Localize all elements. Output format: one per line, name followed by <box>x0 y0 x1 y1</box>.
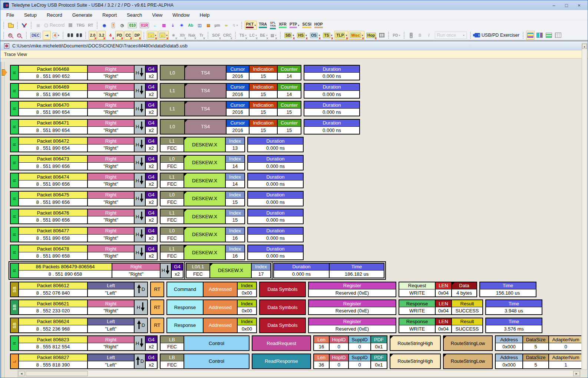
cell-response[interactable]: Response <box>167 300 203 314</box>
view-grid-button[interactable] <box>554 31 562 40</box>
decode-button[interactable]: DEC <box>29 31 42 40</box>
cell-duration[interactable]: Duration0.000 ns <box>304 102 359 116</box>
cell-group[interactable]: LBFECControl <box>160 335 250 351</box>
view-spreadsheet-button[interactable] <box>545 31 553 40</box>
scroll-left-button[interactable]: ◄ <box>18 371 25 376</box>
menu-setup[interactable]: Setup <box>24 12 37 18</box>
minimize-button[interactable]: – <box>548 3 559 8</box>
cell-group[interactable]: SBPacket 8066128 . 552 076 840Left"Left"… <box>10 282 148 297</box>
vertical-scrollbar[interactable]: ▴ <box>582 43 587 370</box>
cell-l1[interactable]: L1FEC <box>161 137 184 152</box>
cell-group[interactable]: L0TS4Cursor2016Indication15Counter15 <box>160 119 301 135</box>
direction-arrow-cell[interactable]: H <box>134 156 145 170</box>
histogram-button[interactable]: ⇣ <box>169 21 177 30</box>
cell-group[interactable]: L0FECDESKEW.XIndex16 <box>160 227 245 242</box>
cell-group[interactable]: Len36HopID0SuppID0PDF0x1 <box>313 354 387 369</box>
cell-left[interactable]: Left"Left" <box>87 354 134 368</box>
cell-deskew-x[interactable]: DESKEW.X <box>184 245 225 259</box>
cell-group[interactable]: RPacket 8064688 . 551 890 652Right"Right… <box>10 65 158 80</box>
cell-group[interactable]: RPacket 8064708 . 551 890 654Right"Right… <box>10 101 158 116</box>
zoom-out-button[interactable] <box>16 31 24 40</box>
cell-time[interactable]: Time186.182 us <box>329 263 384 278</box>
cell-duration[interactable]: Duration0.000 ns <box>248 228 303 242</box>
cell-register[interactable]: RegisterReserved (0xE) <box>309 300 396 314</box>
ptp-view-button[interactable]: PTP▾ <box>288 21 300 30</box>
cell-group[interactable]: L1FECDESKEW.XIndex14 <box>160 173 245 188</box>
cell-duration[interactable]: Duration0.000 ns <box>274 263 329 278</box>
filter-sb-button[interactable]: SBx▾ <box>283 31 295 40</box>
cell-counter[interactable]: Counter15 <box>277 102 301 116</box>
cell-group[interactable]: RPacket 8064738 . 551 890 656Right"Right… <box>10 155 158 170</box>
filter-os-button[interactable]: OSx▾ <box>309 31 321 40</box>
cell-packet-806478[interactable]: Packet 8064788 . 551 890 658 <box>18 245 87 259</box>
cell-group[interactable]: RT <box>150 299 164 315</box>
cell-right[interactable]: Right"Right" <box>87 66 134 80</box>
cell-control[interactable]: Control <box>184 336 249 350</box>
sync-views-button[interactable]: ⇥ <box>43 31 51 40</box>
cell-group[interactable]: L0/L1FECDESKEW.XIndex17 <box>186 263 271 278</box>
cell-packet-806474[interactable]: Packet 8064748 . 551 890 656 <box>18 173 87 188</box>
cell-group[interactable]: L1FECDESKEW.XIndex15 <box>160 209 245 224</box>
cell-l0-l1[interactable]: L0/L1FEC <box>186 263 209 278</box>
cell-right[interactable]: Right"Right" <box>87 156 134 170</box>
window-layout-button[interactable]: ◫ <box>195 21 204 30</box>
menu-view[interactable]: View <box>152 12 162 18</box>
menu-file[interactable]: File <box>6 12 14 18</box>
cell-packet-806472[interactable]: Packet 8064728 . 551 890 654 <box>18 137 87 152</box>
cell-group[interactable]: Duration0.000 ns <box>247 173 304 188</box>
cell-group[interactable]: CommandAddressedIndex0x00 <box>166 282 257 297</box>
cell-datasize[interactable]: DataSize5 <box>522 336 548 350</box>
cell-addressed[interactable]: Addressed <box>203 282 237 296</box>
filter-tr-button[interactable]: Trx <box>197 31 205 40</box>
direction-arrow-cell[interactable]: H <box>134 137 145 152</box>
export-button[interactable]: 4▾ <box>52 31 60 40</box>
row-type-cell-sb[interactable]: SB <box>11 282 18 296</box>
cell-group[interactable]: LPacket 8068278 . 555 818 390Left"Left"D… <box>10 354 158 369</box>
cell-duration[interactable]: Duration0.000 ns <box>248 209 303 223</box>
pkt-view-button[interactable]: PKT▾ <box>245 21 257 30</box>
cell-group[interactable]: ReadResponse <box>252 354 311 369</box>
cell-group[interactable]: Data Symbols <box>259 299 306 315</box>
direction-arrow-cell[interactable]: H <box>134 173 145 188</box>
cell-ts4[interactable]: TS4 <box>184 120 226 134</box>
row-type-cell-r[interactable]: R <box>11 173 18 188</box>
cell-group[interactable]: ResponseWRITELEN0x04ResultSUCCESS <box>399 318 483 333</box>
cell-index[interactable]: Index16 <box>225 228 244 242</box>
cell-l1[interactable]: L1FEC <box>161 173 184 188</box>
navigator-button[interactable]: ✳ <box>178 21 186 30</box>
horizontal-scrollbar[interactable]: ◄ ► <box>17 370 581 377</box>
cell-g4[interactable]: G4x2 <box>145 228 157 242</box>
cell-group[interactable]: RouteStringLow <box>443 335 493 351</box>
cell-l0[interactable]: L0FEC <box>161 192 184 206</box>
direction-arrow-cell[interactable]: H <box>134 300 147 314</box>
direction-arrow-cell[interactable]: H <box>134 192 145 206</box>
cell-group[interactable]: RouteStringHigh <box>390 335 441 351</box>
cell-group[interactable]: L1TS4Cursor2016Indication15Counter14 <box>160 83 301 99</box>
direction-arrow-cell[interactable]: D <box>134 282 147 296</box>
scroll-up-button[interactable]: ▴ <box>582 44 587 49</box>
cell-group[interactable]: Duration0.000 ns <box>304 119 360 135</box>
filter-wand-button[interactable]: ✳x <box>169 31 178 40</box>
cell-group[interactable]: L0TS4Cursor2016Indication15Counter14 <box>160 65 301 80</box>
row-type-cell-r[interactable]: R <box>11 336 18 350</box>
cell-result[interactable]: ResultSUCCESS <box>451 318 482 332</box>
cell-group[interactable]: R86 Packets 806479-8065648 . 551 890 658… <box>10 263 184 278</box>
cell-group[interactable]: Duration0.000 ns <box>247 137 304 152</box>
cell-g4[interactable]: G4x2 <box>145 156 157 170</box>
cell-group[interactable]: Duration0.000 ns <box>247 245 304 260</box>
italic-button[interactable]: I <box>425 31 433 40</box>
cell-duration[interactable]: Duration0.000 ns <box>248 156 303 170</box>
filter-cc-button[interactable]: CCx <box>124 31 132 40</box>
cell-index[interactable]: Index15 <box>225 192 244 206</box>
cell-group[interactable]: SBPacket 8066248 . 552 236 968Left"Left"… <box>10 318 148 333</box>
cell-data-symbols[interactable]: Data Symbols <box>260 282 305 296</box>
cell-hopid[interactable]: HopID0 <box>329 336 348 350</box>
cell-packet-806612[interactable]: Packet 8066128 . 552 076 840 <box>18 282 87 296</box>
row-type-cell-r[interactable]: R <box>11 192 18 206</box>
cell-deskew-x[interactable]: DESKEW.X <box>184 209 225 223</box>
filter-downstream-button[interactable]: ←x▾ <box>158 31 169 40</box>
filter-usb3-button[interactable]: 3.2x <box>98 31 106 40</box>
row-type-cell-r[interactable]: R <box>11 66 18 80</box>
cell-group[interactable]: L0FECDESKEW.XIndex14 <box>160 155 245 170</box>
maximize-button[interactable]: □ <box>561 3 572 8</box>
